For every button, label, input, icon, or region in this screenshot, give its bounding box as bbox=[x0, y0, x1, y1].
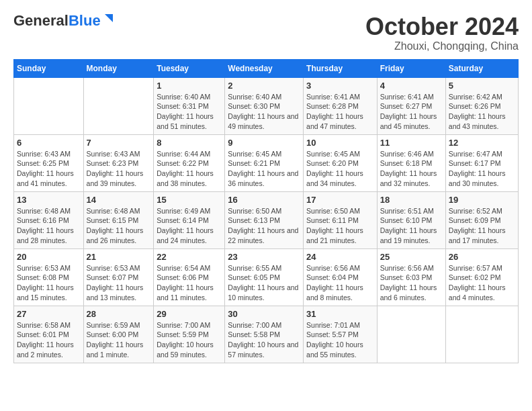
day-info: Sunrise: 6:46 AMSunset: 6:18 PMDaylight:… bbox=[380, 149, 443, 189]
calendar-cell: 10Sunrise: 6:45 AMSunset: 6:20 PMDayligh… bbox=[304, 134, 378, 191]
day-number: 12 bbox=[449, 138, 515, 148]
day-info: Sunrise: 6:41 AMSunset: 6:27 PMDaylight:… bbox=[380, 92, 443, 132]
calendar-cell: 14Sunrise: 6:48 AMSunset: 6:15 PMDayligh… bbox=[83, 191, 154, 248]
day-number: 13 bbox=[17, 195, 81, 205]
calendar-cell: 6Sunrise: 6:43 AMSunset: 6:25 PMDaylight… bbox=[14, 134, 84, 191]
day-info: Sunrise: 6:58 AMSunset: 6:01 PMDaylight:… bbox=[17, 320, 81, 360]
day-number: 8 bbox=[157, 138, 222, 148]
day-info: Sunrise: 6:42 AMSunset: 6:26 PMDaylight:… bbox=[449, 92, 515, 132]
calendar-cell: 30Sunrise: 7:00 AMSunset: 5:58 PMDayligh… bbox=[225, 306, 304, 363]
calendar-cell bbox=[83, 77, 154, 134]
calendar-cell: 1Sunrise: 6:40 AMSunset: 6:31 PMDaylight… bbox=[154, 77, 225, 134]
day-info: Sunrise: 6:45 AMSunset: 6:20 PMDaylight:… bbox=[306, 149, 374, 189]
day-info: Sunrise: 6:57 AMSunset: 6:02 PMDaylight:… bbox=[449, 263, 515, 303]
day-info: Sunrise: 6:49 AMSunset: 6:14 PMDaylight:… bbox=[157, 206, 222, 246]
calendar-cell: 15Sunrise: 6:49 AMSunset: 6:14 PMDayligh… bbox=[154, 191, 225, 248]
calendar-cell: 22Sunrise: 6:54 AMSunset: 6:06 PMDayligh… bbox=[154, 248, 225, 306]
day-number: 14 bbox=[87, 195, 151, 205]
day-number: 27 bbox=[17, 309, 81, 319]
weekday-header: Monday bbox=[83, 59, 154, 77]
logo-arrow-icon bbox=[102, 13, 116, 26]
day-info: Sunrise: 6:50 AMSunset: 6:11 PMDaylight:… bbox=[306, 206, 374, 246]
weekday-header-row: SundayMondayTuesdayWednesdayThursdayFrid… bbox=[14, 59, 519, 77]
svg-marker-0 bbox=[105, 14, 113, 22]
day-info: Sunrise: 6:43 AMSunset: 6:23 PMDaylight:… bbox=[87, 149, 151, 189]
day-info: Sunrise: 6:55 AMSunset: 6:05 PMDaylight:… bbox=[228, 263, 300, 303]
calendar-cell bbox=[14, 77, 84, 134]
day-info: Sunrise: 6:53 AMSunset: 6:08 PMDaylight:… bbox=[17, 263, 81, 303]
calendar-week-row: 6Sunrise: 6:43 AMSunset: 6:25 PMDaylight… bbox=[14, 134, 519, 191]
day-info: Sunrise: 6:40 AMSunset: 6:30 PMDaylight:… bbox=[228, 92, 300, 132]
day-number: 4 bbox=[380, 81, 443, 91]
day-info: Sunrise: 7:00 AMSunset: 5:59 PMDaylight:… bbox=[157, 320, 222, 360]
calendar-cell: 28Sunrise: 6:59 AMSunset: 6:00 PMDayligh… bbox=[83, 306, 154, 363]
day-number: 5 bbox=[449, 81, 515, 91]
calendar-cell: 16Sunrise: 6:50 AMSunset: 6:13 PMDayligh… bbox=[225, 191, 304, 248]
day-number: 30 bbox=[228, 309, 300, 319]
day-number: 24 bbox=[306, 252, 374, 262]
day-number: 28 bbox=[87, 309, 151, 319]
logo-text: GeneralBlue bbox=[13, 13, 101, 28]
calendar-cell: 3Sunrise: 6:41 AMSunset: 6:28 PMDaylight… bbox=[304, 77, 378, 134]
calendar-cell bbox=[377, 306, 445, 363]
day-info: Sunrise: 6:41 AMSunset: 6:28 PMDaylight:… bbox=[306, 92, 374, 132]
calendar-cell: 9Sunrise: 6:45 AMSunset: 6:21 PMDaylight… bbox=[225, 134, 304, 191]
day-number: 18 bbox=[380, 195, 443, 205]
day-info: Sunrise: 6:47 AMSunset: 6:17 PMDaylight:… bbox=[449, 149, 515, 189]
day-info: Sunrise: 6:56 AMSunset: 6:03 PMDaylight:… bbox=[380, 263, 443, 303]
page-header: GeneralBlue October 2024 Zhouxi, Chongqi… bbox=[13, 13, 519, 52]
day-number: 23 bbox=[228, 252, 300, 262]
day-number: 6 bbox=[17, 138, 81, 148]
calendar-cell: 18Sunrise: 6:51 AMSunset: 6:10 PMDayligh… bbox=[377, 191, 445, 248]
calendar-cell: 23Sunrise: 6:55 AMSunset: 6:05 PMDayligh… bbox=[225, 248, 304, 306]
day-number: 20 bbox=[17, 252, 81, 262]
calendar-cell: 2Sunrise: 6:40 AMSunset: 6:30 PMDaylight… bbox=[225, 77, 304, 134]
day-info: Sunrise: 6:43 AMSunset: 6:25 PMDaylight:… bbox=[17, 149, 81, 189]
day-number: 17 bbox=[306, 195, 374, 205]
weekday-header: Friday bbox=[377, 59, 445, 77]
day-info: Sunrise: 6:48 AMSunset: 6:15 PMDaylight:… bbox=[87, 206, 151, 246]
calendar-cell: 25Sunrise: 6:56 AMSunset: 6:03 PMDayligh… bbox=[377, 248, 445, 306]
day-number: 2 bbox=[228, 81, 300, 91]
day-number: 29 bbox=[157, 309, 222, 319]
day-number: 9 bbox=[228, 138, 300, 148]
calendar-cell: 11Sunrise: 6:46 AMSunset: 6:18 PMDayligh… bbox=[377, 134, 445, 191]
day-number: 22 bbox=[157, 252, 222, 262]
day-number: 7 bbox=[87, 138, 151, 148]
weekday-header: Saturday bbox=[445, 59, 518, 77]
day-info: Sunrise: 6:48 AMSunset: 6:16 PMDaylight:… bbox=[17, 206, 81, 246]
day-info: Sunrise: 7:01 AMSunset: 5:57 PMDaylight:… bbox=[306, 320, 374, 360]
weekday-header: Tuesday bbox=[154, 59, 225, 77]
day-number: 21 bbox=[87, 252, 151, 262]
day-info: Sunrise: 6:59 AMSunset: 6:00 PMDaylight:… bbox=[87, 320, 151, 360]
day-info: Sunrise: 7:00 AMSunset: 5:58 PMDaylight:… bbox=[228, 320, 300, 360]
calendar-cell: 19Sunrise: 6:52 AMSunset: 6:09 PMDayligh… bbox=[445, 191, 518, 248]
day-number: 3 bbox=[306, 81, 374, 91]
calendar-title: October 2024 bbox=[365, 13, 519, 40]
day-number: 31 bbox=[306, 309, 374, 319]
day-info: Sunrise: 6:45 AMSunset: 6:21 PMDaylight:… bbox=[228, 149, 300, 189]
calendar-cell: 31Sunrise: 7:01 AMSunset: 5:57 PMDayligh… bbox=[304, 306, 378, 363]
day-number: 10 bbox=[306, 138, 374, 148]
calendar-cell: 27Sunrise: 6:58 AMSunset: 6:01 PMDayligh… bbox=[14, 306, 84, 363]
weekday-header: Wednesday bbox=[225, 59, 304, 77]
day-number: 25 bbox=[380, 252, 443, 262]
calendar-week-row: 13Sunrise: 6:48 AMSunset: 6:16 PMDayligh… bbox=[14, 191, 519, 248]
weekday-header: Thursday bbox=[304, 59, 378, 77]
calendar-week-row: 27Sunrise: 6:58 AMSunset: 6:01 PMDayligh… bbox=[14, 306, 519, 363]
day-number: 26 bbox=[449, 252, 515, 262]
calendar-cell: 13Sunrise: 6:48 AMSunset: 6:16 PMDayligh… bbox=[14, 191, 84, 248]
calendar-table: SundayMondayTuesdayWednesdayThursdayFrid… bbox=[13, 59, 519, 363]
day-number: 19 bbox=[449, 195, 515, 205]
title-block: October 2024 Zhouxi, Chongqing, China bbox=[365, 13, 519, 52]
calendar-cell: 12Sunrise: 6:47 AMSunset: 6:17 PMDayligh… bbox=[445, 134, 518, 191]
day-info: Sunrise: 6:40 AMSunset: 6:31 PMDaylight:… bbox=[157, 92, 222, 132]
day-info: Sunrise: 6:52 AMSunset: 6:09 PMDaylight:… bbox=[449, 206, 515, 246]
day-number: 1 bbox=[157, 81, 222, 91]
calendar-cell: 17Sunrise: 6:50 AMSunset: 6:11 PMDayligh… bbox=[304, 191, 378, 248]
calendar-cell bbox=[445, 306, 518, 363]
logo: GeneralBlue bbox=[13, 13, 116, 28]
calendar-cell: 7Sunrise: 6:43 AMSunset: 6:23 PMDaylight… bbox=[83, 134, 154, 191]
day-info: Sunrise: 6:51 AMSunset: 6:10 PMDaylight:… bbox=[380, 206, 443, 246]
calendar-week-row: 1Sunrise: 6:40 AMSunset: 6:31 PMDaylight… bbox=[14, 77, 519, 134]
